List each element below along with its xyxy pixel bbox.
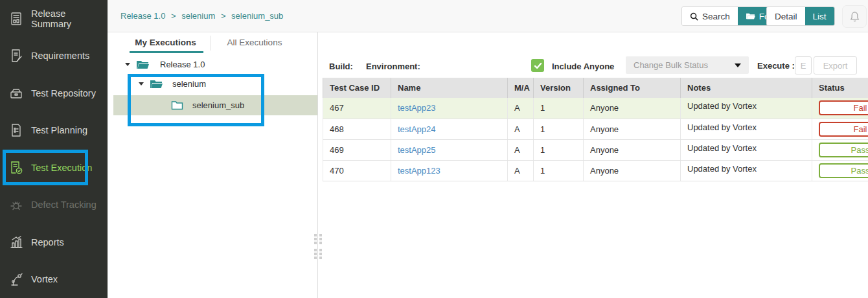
sidebar-item-label: Vortex [31,274,58,284]
cell-test-case-id: 467 [323,98,391,119]
tree-node-label[interactable]: Release 1.0 [160,60,205,69]
sidebar-item-test-planning[interactable]: Test Planning [0,112,108,150]
search-button[interactable]: Search [682,7,738,25]
breadcrumb-selenium[interactable]: selenium [181,11,215,21]
cell-notes: Updated by Vortex [681,119,812,139]
test-repository-icon [8,86,24,101]
test-case-link[interactable]: testApp123 [398,166,440,176]
sidebar-item-reports[interactable]: Reports [0,224,108,261]
col-ma[interactable]: M/A [508,78,534,98]
expander-icon[interactable] [139,82,144,86]
folder-tree: Release 1.0 selenium selenium_sub [113,54,317,298]
table-row[interactable]: 470testApp123A1AnyoneUpdated by VortexPa… [323,160,868,181]
dropdown-caret-icon [735,63,741,67]
sidebar-item-release-summary[interactable]: Release Summary [0,0,108,38]
cell-version: 1 [534,160,584,181]
col-version[interactable]: Version [534,78,584,98]
cell-ma: A [508,160,534,181]
expander-icon[interactable] [125,63,130,66]
col-status[interactable]: Status [812,78,868,98]
col-name[interactable]: Name [391,78,508,98]
table-row[interactable]: 467testApp23A1AnyoneUpdated by VortexFai… [323,98,868,119]
folder-icon [171,100,184,111]
build-label: Build: [329,62,353,71]
cell-name: testApp24 [391,119,508,139]
breadcrumb: Release 1.0 > selenium > selenium_sub [120,11,283,21]
cell-assigned-to: Anyone [584,98,681,119]
status-fail-button[interactable]: Fail [819,100,868,115]
test-case-link[interactable]: testApp23 [398,103,436,113]
sidebar-item-label: Test Planning [31,125,87,135]
col-test-case-id[interactable]: Test Case ID [323,78,391,98]
cell-ma: A [508,139,534,160]
sidebar-item-label: Release Summary [31,8,108,29]
splitter-drag-handle[interactable] [313,234,323,259]
cell-status: Fail [812,119,868,139]
test-executions-table: Test Case ID Name M/A Version Assigned T… [323,78,868,181]
table-row[interactable]: 468testApp24A1AnyoneUpdated by VortexFai… [323,119,868,139]
test-execution-icon [8,160,24,176]
table-header-row: Test Case ID Name M/A Version Assigned T… [323,78,868,98]
tree-node-label[interactable]: selenium_sub [192,100,244,110]
tree-node-selenium[interactable]: selenium [113,76,317,92]
change-bulk-status-dropdown[interactable]: Change Bulk Status [626,56,749,74]
cell-status: Pass [812,160,868,181]
detail-list-toggle: Detail List [766,6,835,26]
sidebar: Release Summary Requirements Test Reposi… [0,0,108,298]
sidebar-item-defect-tracking[interactable]: Defect Tracking [0,187,108,224]
detail-view-button[interactable]: Detail [767,7,805,25]
export-button[interactable]: Export [814,56,857,74]
folder-open-icon [136,60,149,70]
tree-node-release-1-0[interactable]: Release 1.0 [113,56,317,73]
sidebar-item-requirements[interactable]: Requirements [0,38,108,75]
sidebar-item-test-execution[interactable]: Test Execution [0,149,108,187]
cell-notes: Updated by Vortex [681,160,812,181]
tab-my-executions[interactable]: My Executions [122,32,209,52]
breadcrumb-release[interactable]: Release 1.0 [120,11,165,21]
status-pass-button[interactable]: Pass [819,163,868,178]
cell-test-case-id: 468 [323,119,391,139]
bell-icon [849,11,860,23]
breadcrumb-separator: > [171,11,176,21]
release-summary-icon [8,11,24,27]
breadcrumb-selenium-sub[interactable]: selenium_sub [231,11,283,21]
cell-version: 1 [534,139,584,160]
status-pass-button[interactable]: Pass [819,143,868,157]
execute-shortcut-button[interactable]: E [795,56,812,74]
sidebar-item-label: Test Repository [31,88,96,98]
cell-assigned-to: Anyone [584,119,681,139]
sidebar-item-label: Test Execution [31,163,92,173]
tree-node-selenium-sub[interactable]: selenium_sub [113,95,317,115]
cell-test-case-id: 470 [323,160,391,181]
cell-ma: A [508,98,534,119]
sidebar-item-label: Defect Tracking [31,200,97,210]
cell-name: testApp23 [391,98,508,119]
test-case-link[interactable]: testApp25 [398,145,436,155]
include-anyone-checkbox[interactable] [531,59,544,72]
sidebar-item-label: Requirements [31,51,89,61]
col-notes[interactable]: Notes [681,78,812,98]
cell-test-case-id: 469 [323,139,391,160]
col-assigned-to[interactable]: Assigned To [584,78,681,98]
table-row[interactable]: 469testApp25A1AnyoneUpdated by VortexPas… [323,139,868,160]
cell-name: testApp123 [391,160,508,181]
cell-notes: Updated by Vortex [681,139,812,160]
sidebar-item-vortex[interactable]: Vortex [0,261,108,298]
tab-all-executions[interactable]: All Executions [212,32,297,52]
status-fail-button[interactable]: Fail [819,122,868,137]
list-view-button[interactable]: List [805,7,834,25]
executions-tabbar: My Executions All Executions [108,32,868,54]
cell-assigned-to: Anyone [584,139,681,160]
test-case-link[interactable]: testApp24 [398,124,436,134]
tree-node-label[interactable]: selenium [172,79,206,89]
breadcrumb-separator: > [221,11,226,21]
notification-bell-button[interactable] [842,5,867,28]
sidebar-item-test-repository[interactable]: Test Repository [0,74,108,112]
cell-version: 1 [534,98,584,119]
active-tab-underline [130,51,203,53]
include-anyone-label: Include Anyone [552,62,614,71]
cell-status: Pass [812,139,868,160]
cell-status: Fail [812,98,868,119]
top-bar: Release 1.0 > selenium > selenium_sub Se… [108,0,868,32]
requirements-icon [8,48,24,63]
